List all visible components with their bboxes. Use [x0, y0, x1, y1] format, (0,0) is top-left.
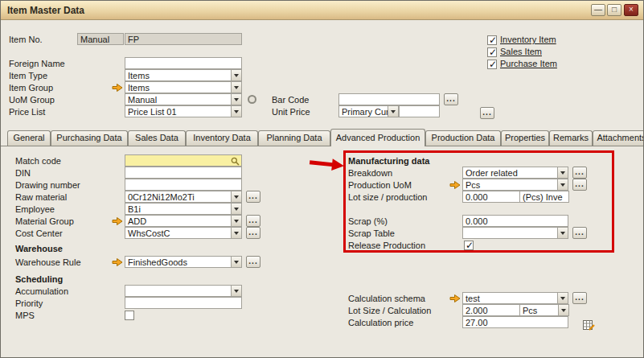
- raw-material-value: 0Cr12Ni12Mo2Ti: [128, 192, 195, 202]
- breakdown-browse-button[interactable]: ...: [572, 167, 587, 179]
- unit-price-field[interactable]: [399, 105, 440, 117]
- raw-material-select[interactable]: 0Cr12Ni12Mo2Ti: [125, 191, 242, 203]
- item-no-field[interactable]: FP: [125, 33, 242, 45]
- chevron-down-icon[interactable]: [231, 70, 241, 80]
- restore-button[interactable]: □: [607, 4, 621, 16]
- employee-value: B1i: [128, 204, 141, 214]
- lot-size-calculation-uom-select[interactable]: Pcs: [519, 304, 569, 316]
- link-arrow-icon[interactable]: [112, 216, 123, 226]
- material-group-browse-button[interactable]: ...: [246, 215, 260, 227]
- price-list-select[interactable]: Price List 01: [125, 105, 242, 117]
- minimize-button[interactable]: —: [591, 4, 605, 16]
- production-uom-label: Production UoM: [348, 180, 412, 191]
- link-arrow-icon[interactable]: [449, 180, 461, 190]
- foreign-name-field[interactable]: [125, 57, 242, 69]
- tab-properties[interactable]: Properties: [501, 130, 549, 146]
- item-master-data-window: Item Master Data — □ × Item No. Manual F…: [0, 0, 644, 358]
- link-arrow-icon[interactable]: [449, 294, 461, 303]
- accumulation-label: Accumulation: [15, 286, 68, 297]
- chevron-down-icon[interactable]: [558, 305, 568, 315]
- chevron-down-icon[interactable]: [557, 293, 568, 303]
- drawing-number-field[interactable]: [125, 179, 242, 191]
- release-production-checkbox[interactable]: [464, 241, 474, 250]
- calculation-schema-select[interactable]: test: [462, 292, 568, 304]
- bar-code-label: Bar Code: [272, 95, 309, 105]
- unit-price-currency-select[interactable]: Primary Curr: [338, 105, 399, 117]
- link-arrow-icon[interactable]: [112, 83, 123, 93]
- calculation-price-field[interactable]: 27.00: [462, 316, 568, 328]
- match-code-field[interactable]: [125, 154, 242, 167]
- info-circle-icon[interactable]: [248, 95, 256, 104]
- item-group-label: Item Group: [9, 83, 53, 93]
- release-production-label: Release Production: [348, 241, 425, 251]
- uom-group-value: Manual: [128, 95, 157, 105]
- chevron-down-icon[interactable]: [231, 286, 241, 296]
- chevron-down-icon[interactable]: [231, 228, 241, 238]
- accumulation-select[interactable]: [125, 285, 242, 297]
- bar-code-browse-button[interactable]: ...: [444, 93, 458, 105]
- employee-select[interactable]: B1i: [125, 203, 242, 215]
- material-group-select[interactable]: ADD: [125, 215, 242, 227]
- bar-code-field[interactable]: [338, 93, 440, 105]
- close-button[interactable]: ×: [624, 4, 638, 16]
- priority-field[interactable]: [125, 297, 242, 309]
- lot-size-production-label: Lot size / production: [348, 192, 427, 203]
- scrap-table-browse-button[interactable]: ...: [572, 227, 587, 239]
- din-field[interactable]: [125, 167, 242, 179]
- lot-size-calculation-field[interactable]: 2.000: [462, 304, 520, 316]
- lot-size-calculation-uom-value: Pcs: [523, 306, 537, 315]
- item-type-select[interactable]: Items: [125, 69, 242, 81]
- tab-sales-data[interactable]: Sales Data: [128, 130, 186, 146]
- warehouse-rule-select[interactable]: FinishedGoods: [125, 256, 242, 268]
- chevron-down-icon[interactable]: [231, 94, 241, 105]
- mps-checkbox[interactable]: [125, 311, 134, 320]
- chevron-down-icon[interactable]: [231, 257, 241, 267]
- breakdown-label: Breakdown: [348, 168, 392, 179]
- uom-group-select[interactable]: Manual: [125, 93, 242, 105]
- cost-center-select[interactable]: WhsCostC: [125, 227, 242, 239]
- raw-material-browse-button[interactable]: ...: [246, 191, 260, 203]
- chevron-down-icon[interactable]: [557, 179, 568, 190]
- foreign-name-label: Foreign Name: [9, 59, 65, 69]
- production-uom-select[interactable]: Pcs: [462, 179, 568, 191]
- cost-center-browse-button[interactable]: ...: [246, 227, 260, 239]
- production-uom-browse-button[interactable]: ...: [572, 179, 587, 191]
- calculator-icon[interactable]: [583, 320, 595, 333]
- warehouse-section-header: Warehouse: [15, 244, 63, 254]
- tab-remarks[interactable]: Remarks: [549, 130, 593, 146]
- tab-attachments[interactable]: Attachments: [593, 130, 644, 146]
- chevron-down-icon[interactable]: [231, 82, 241, 93]
- chevron-down-icon[interactable]: [557, 228, 568, 238]
- chevron-down-icon[interactable]: [231, 191, 241, 202]
- window-title: Item Master Data: [7, 5, 84, 16]
- item-no-mode-field[interactable]: Manual: [77, 33, 124, 45]
- material-group-value: ADD: [128, 216, 146, 226]
- unit-price-browse-button[interactable]: ...: [480, 107, 494, 119]
- chevron-down-icon[interactable]: [231, 106, 241, 117]
- tab-inventory-data[interactable]: Inventory Data: [186, 130, 258, 146]
- chevron-down-icon[interactable]: [388, 106, 398, 117]
- lot-size-production-field[interactable]: 0.000: [462, 191, 520, 203]
- purchase-item-checkbox[interactable]: [487, 60, 497, 69]
- tab-planning-data[interactable]: Planning Data: [258, 130, 330, 146]
- match-code-label: Match code: [15, 156, 61, 167]
- chevron-down-icon[interactable]: [231, 204, 241, 214]
- tab-general[interactable]: General: [7, 130, 51, 146]
- title-bar[interactable]: Item Master Data — □ ×: [1, 1, 643, 20]
- scrap-table-select[interactable]: [462, 227, 568, 239]
- tab-advanced-production[interactable]: Advanced Production: [330, 129, 425, 146]
- item-group-select[interactable]: Items: [125, 81, 242, 93]
- chevron-down-icon[interactable]: [231, 216, 241, 226]
- price-list-label: Price List: [9, 107, 45, 117]
- search-icon[interactable]: [231, 157, 240, 167]
- chevron-down-icon[interactable]: [557, 167, 568, 178]
- tab-purchasing-data[interactable]: Purchasing Data: [51, 130, 128, 146]
- tab-production-data[interactable]: Production Data: [425, 130, 501, 146]
- breakdown-select[interactable]: Order related: [462, 167, 568, 179]
- calculation-schema-browse-button[interactable]: ...: [572, 292, 587, 304]
- scrap-percent-field[interactable]: 0.000: [462, 215, 568, 227]
- sales-item-checkbox[interactable]: [487, 47, 497, 57]
- inventory-item-checkbox[interactable]: [487, 35, 497, 45]
- warehouse-rule-browse-button[interactable]: ...: [246, 256, 260, 268]
- link-arrow-icon[interactable]: [112, 257, 123, 267]
